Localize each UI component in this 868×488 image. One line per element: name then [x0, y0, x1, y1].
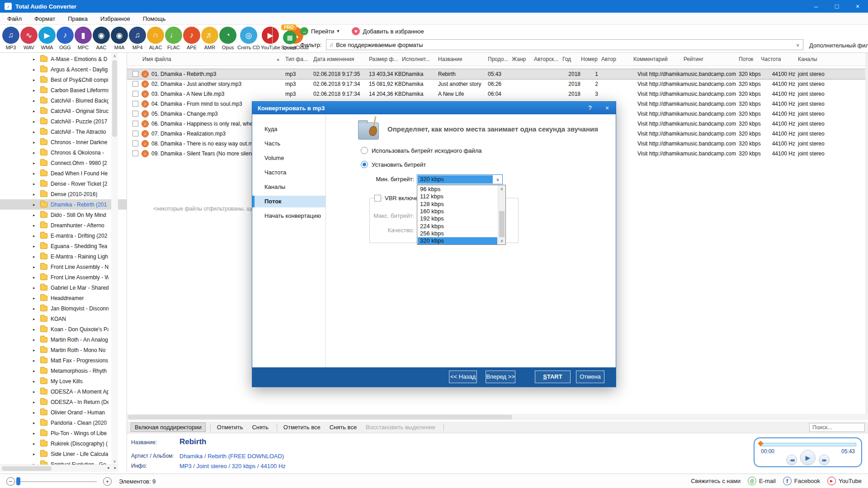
bitrate-option[interactable]: 96 kbps — [418, 186, 497, 193]
folder-tree-item[interactable]: ▸Front Line Assembly - N — [0, 262, 127, 272]
folder-tree-item[interactable]: ▸Dreamhunter - Afterno — [0, 220, 127, 230]
dialog-nav-item-1[interactable]: Часть — [252, 138, 326, 150]
back-button[interactable]: << Назад — [449, 371, 477, 383]
column-header-size[interactable]: Размер ф... — [369, 53, 401, 66]
row-checkbox[interactable] — [132, 91, 138, 97]
scroll-up-icon[interactable]: ∧ — [111, 54, 118, 58]
expand-arrow-icon[interactable]: ▸ — [33, 452, 38, 456]
folder-tree-item[interactable]: ▸My Love Kills — [0, 376, 127, 386]
expand-arrow-icon[interactable]: ▸ — [33, 88, 38, 93]
radio-set-bitrate[interactable] — [361, 161, 368, 168]
format-button-Opus[interactable]: ◔Opus — [219, 25, 237, 50]
start-button[interactable]: START — [535, 371, 571, 383]
folder-tree-item[interactable]: ▸Argus & Ascent - Daylig — [0, 64, 127, 75]
bitrate-option[interactable]: 160 kbps — [418, 208, 497, 215]
dialog-nav-item-3[interactable]: Частота — [252, 167, 326, 178]
folder-tree-item[interactable]: ▸CatchAll - Original Struc — [0, 106, 127, 116]
expand-arrow-icon[interactable]: ▸ — [33, 327, 38, 332]
close-button[interactable]: × — [847, 0, 868, 13]
forward-button[interactable]: ▶▶ — [819, 455, 830, 465]
folder-tree-item[interactable]: ▸Dido - Still On My Mind — [0, 210, 127, 220]
expand-arrow-icon[interactable]: ▸ — [33, 223, 38, 228]
tree-vscroll-thumb[interactable] — [112, 60, 117, 137]
folder-tree-item[interactable]: ▸Eguana - Shedding Tea — [0, 241, 127, 251]
folder-tree-item[interactable]: ▸Jan Blomqvist - Disconn — [0, 303, 127, 314]
expand-arrow-icon[interactable]: ▸ — [33, 57, 38, 61]
format-button-APE[interactable]: ♪APE — [183, 25, 201, 50]
column-header-author[interactable]: Автор — [601, 53, 629, 66]
expand-arrow-icon[interactable]: ▸ — [33, 431, 38, 436]
menu-item-Правка[interactable]: Правка — [61, 13, 94, 24]
column-header-year[interactable]: Год — [562, 53, 583, 66]
expand-arrow-icon[interactable]: ▸ — [33, 421, 38, 425]
expand-arrow-icon[interactable]: ▸ — [33, 338, 38, 342]
options-scroll-down-icon[interactable]: ∨ — [498, 239, 505, 243]
tree-vertical-scrollbar[interactable]: ∧ ∨ — [111, 53, 118, 465]
folder-tree-item[interactable]: ▸E-Mantra - Raining Ligh — [0, 251, 127, 262]
expand-arrow-icon[interactable]: ▸ — [33, 161, 38, 165]
play-button[interactable]: ▶ — [800, 450, 816, 465]
column-header-genre[interactable]: Жанр — [512, 53, 533, 66]
expand-arrow-icon[interactable]: ▸ — [33, 182, 38, 186]
expand-arrow-icon[interactable]: ▸ — [33, 389, 38, 394]
folder-tree-item[interactable]: ▸A-Mase - Emotions & D — [0, 54, 127, 64]
column-header-artist[interactable]: Исполнит... — [402, 53, 437, 66]
cancel-button[interactable]: Отмена — [576, 371, 604, 383]
expand-arrow-icon[interactable]: ▸ — [33, 67, 38, 72]
table-row[interactable]: ♪01. Dhamika - Rebirth.mp3mp302.06.2018 … — [127, 69, 868, 79]
facebook-link[interactable]: Facebook — [794, 478, 820, 484]
options-scroll-thumb[interactable] — [499, 211, 505, 237]
expand-arrow-icon[interactable]: ▸ — [33, 109, 38, 113]
row-checkbox[interactable] — [132, 121, 138, 127]
menu-item-Избранное[interactable]: Избранное — [94, 13, 137, 24]
folder-tree-item[interactable]: ▸Chronos - Inner Darkne — [0, 137, 127, 147]
scroll-right-icon[interactable]: ▸ — [112, 465, 118, 470]
dialog-nav-item-2[interactable]: Volume — [252, 152, 326, 164]
selection-button[interactable]: Снять все — [326, 423, 360, 432]
column-header-freq[interactable]: Частота — [761, 53, 795, 66]
row-checkbox[interactable] — [132, 71, 138, 77]
selection-button[interactable]: Снять — [248, 423, 272, 432]
column-header-channels[interactable]: Каналы — [798, 53, 843, 66]
folder-tree-item[interactable]: ▸CatchAll - Puzzle (2017 — [0, 116, 127, 127]
expand-arrow-icon[interactable]: ▸ — [33, 296, 38, 300]
expand-arrow-icon[interactable]: ▸ — [33, 150, 38, 155]
scroll-left-icon[interactable]: ◂ — [105, 465, 111, 470]
column-header-duration[interactable]: Продо... — [488, 53, 509, 66]
report-button[interactable]: PRO ▦ Отчет — [278, 25, 302, 51]
expand-arrow-icon[interactable]: ▸ — [33, 358, 38, 363]
format-button-MP4[interactable]: ♫MP4 — [128, 25, 146, 50]
vbr-checkbox[interactable] — [374, 195, 381, 202]
row-checkbox[interactable] — [132, 111, 138, 117]
expand-arrow-icon[interactable]: ▸ — [33, 379, 38, 384]
youtube-link[interactable]: YouTube — [839, 478, 862, 484]
bitrate-option[interactable]: 256 kbps — [418, 230, 497, 237]
expand-arrow-icon[interactable]: ▸ — [33, 317, 38, 321]
folder-tree-item[interactable]: ▸Connect.Ohm - 9980 [2 — [0, 158, 127, 168]
menu-item-Помощь[interactable]: Помощь — [137, 13, 172, 24]
folder-tree-item[interactable]: ▸ODESZA - A Moment Ap — [0, 386, 127, 397]
minimize-button[interactable]: – — [806, 0, 826, 13]
dialog-nav-item-6[interactable]: Начать конвертацию — [252, 210, 326, 222]
row-checkbox[interactable] — [132, 150, 138, 156]
dialog-nav-item-4[interactable]: Каналы — [252, 181, 326, 193]
expand-arrow-icon[interactable]: ▸ — [33, 400, 38, 404]
options-scroll-up-icon[interactable]: ∧ — [498, 187, 505, 191]
facebook-icon[interactable]: f — [783, 477, 792, 485]
expand-arrow-icon[interactable]: ▸ — [33, 441, 38, 446]
column-header-track[interactable]: Номер — [581, 53, 598, 66]
dialog-nav-item-0[interactable]: Куда — [252, 123, 326, 135]
menu-item-Формат[interactable]: Формат — [28, 13, 61, 24]
selection-button[interactable]: Включая поддиректории — [131, 422, 206, 432]
folder-tree-item[interactable]: ▸Carbon Based Lifeforms — [0, 85, 127, 95]
expand-arrow-icon[interactable]: ▸ — [33, 410, 38, 415]
format-button-FLAC[interactable]: ♩FLAC — [165, 25, 183, 50]
format-button-WMA[interactable]: ▶WMA — [38, 25, 56, 50]
column-header-date[interactable]: Дата изменения — [313, 53, 368, 66]
dialog-nav-item-5[interactable]: Поток — [252, 196, 326, 207]
folder-tree-item[interactable]: ▸Dead When I Found He — [0, 168, 127, 178]
column-header-rating[interactable]: Рейтинг — [684, 53, 724, 66]
folder-tree-item[interactable]: ▸E-mantra - Drifting (202 — [0, 230, 127, 241]
scroll-down-icon[interactable]: ∨ — [111, 459, 118, 464]
folder-tree-item[interactable]: ▸Headdreamer — [0, 293, 127, 303]
